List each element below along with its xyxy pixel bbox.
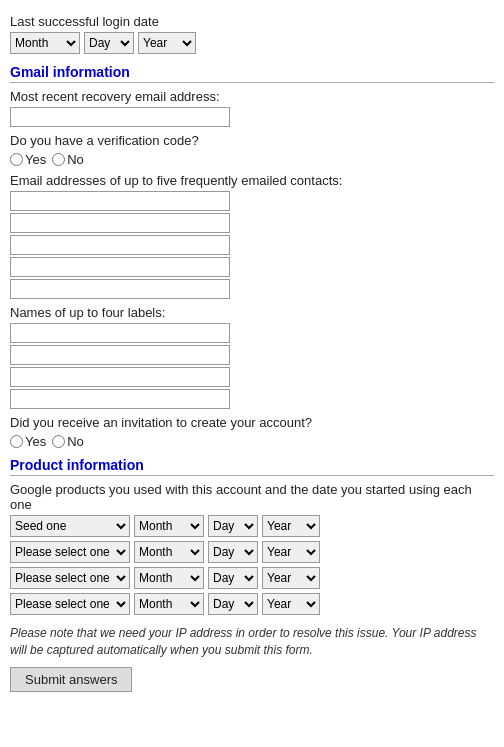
frequent-emails-label: Email addresses of up to five frequently…	[10, 173, 494, 188]
note-text: Please note that we need your IP address…	[10, 625, 494, 659]
invitation-radio-row: Yes No	[10, 434, 494, 449]
frequent-email-2[interactable]	[10, 213, 230, 233]
product-section-title: Product information	[10, 457, 494, 476]
product-day-select-2[interactable]: Day	[208, 541, 258, 563]
product-month-select-4[interactable]: Month JanuaryFebruaryMarch AprilMayJune …	[134, 593, 204, 615]
product-section: Product information Google products you …	[10, 457, 494, 615]
last-login-year-select[interactable]: Year	[138, 32, 196, 54]
last-login-day-select[interactable]: Day	[84, 32, 134, 54]
product-description: Google products you used with this accou…	[10, 482, 494, 512]
product-day-select-1[interactable]: Day	[208, 515, 258, 537]
product-row-4: Please select one Seed one GmailGoogle D…	[10, 593, 494, 615]
last-login-section: Last successful login date Month January…	[10, 14, 494, 54]
label-2[interactable]	[10, 345, 230, 365]
last-login-date-row: Month JanuaryFebruaryMarch AprilMayJune …	[10, 32, 494, 54]
invitation-yes-label[interactable]: Yes	[10, 434, 46, 449]
product-select-1[interactable]: Please select one Seed one GmailGoogle D…	[10, 515, 130, 537]
product-year-select-3[interactable]: Year	[262, 567, 320, 589]
product-select-4[interactable]: Please select one Seed one GmailGoogle D…	[10, 593, 130, 615]
labels-label: Names of up to four labels:	[10, 305, 494, 320]
label-3[interactable]	[10, 367, 230, 387]
product-month-select-2[interactable]: Month JanuaryFebruaryMarch AprilMayJune …	[134, 541, 204, 563]
recovery-email-input[interactable]	[10, 107, 230, 127]
product-select-2[interactable]: Please select one Seed one GmailGoogle D…	[10, 541, 130, 563]
verification-no-text: No	[67, 152, 84, 167]
gmail-section: Gmail information Most recent recovery e…	[10, 64, 494, 449]
gmail-section-title: Gmail information	[10, 64, 494, 83]
frequent-email-4[interactable]	[10, 257, 230, 277]
verification-no-label[interactable]: No	[52, 152, 84, 167]
last-login-month-select[interactable]: Month JanuaryFebruaryMarch AprilMayJune …	[10, 32, 80, 54]
verification-yes-label[interactable]: Yes	[10, 152, 46, 167]
submit-button[interactable]: Submit answers	[10, 667, 132, 692]
product-year-select-4[interactable]: Year	[262, 593, 320, 615]
product-row-1: Please select one Seed one GmailGoogle D…	[10, 515, 494, 537]
product-row-2: Please select one Seed one GmailGoogle D…	[10, 541, 494, 563]
frequent-email-1[interactable]	[10, 191, 230, 211]
label-4[interactable]	[10, 389, 230, 409]
verification-no-radio[interactable]	[52, 153, 65, 166]
invitation-yes-radio[interactable]	[10, 435, 23, 448]
product-month-select-3[interactable]: Month JanuaryFebruaryMarch AprilMayJune …	[134, 567, 204, 589]
product-year-select-1[interactable]: Year	[262, 515, 320, 537]
invitation-label: Did you receive an invitation to create …	[10, 415, 494, 430]
frequent-email-3[interactable]	[10, 235, 230, 255]
verification-yes-text: Yes	[25, 152, 46, 167]
frequent-email-5[interactable]	[10, 279, 230, 299]
recovery-email-label: Most recent recovery email address:	[10, 89, 494, 104]
product-day-select-4[interactable]: Day	[208, 593, 258, 615]
verification-code-label: Do you have a verification code?	[10, 133, 494, 148]
product-row-3: Please select one Seed one GmailGoogle D…	[10, 567, 494, 589]
product-month-select-1[interactable]: Month JanuaryFebruaryMarch AprilMayJune …	[134, 515, 204, 537]
verification-code-radio-row: Yes No	[10, 152, 494, 167]
label-1[interactable]	[10, 323, 230, 343]
invitation-no-text: No	[67, 434, 84, 449]
invitation-no-radio[interactable]	[52, 435, 65, 448]
last-login-label: Last successful login date	[10, 14, 494, 29]
invitation-yes-text: Yes	[25, 434, 46, 449]
invitation-no-label[interactable]: No	[52, 434, 84, 449]
product-year-select-2[interactable]: Year	[262, 541, 320, 563]
verification-yes-radio[interactable]	[10, 153, 23, 166]
product-day-select-3[interactable]: Day	[208, 567, 258, 589]
product-select-3[interactable]: Please select one Seed one GmailGoogle D…	[10, 567, 130, 589]
